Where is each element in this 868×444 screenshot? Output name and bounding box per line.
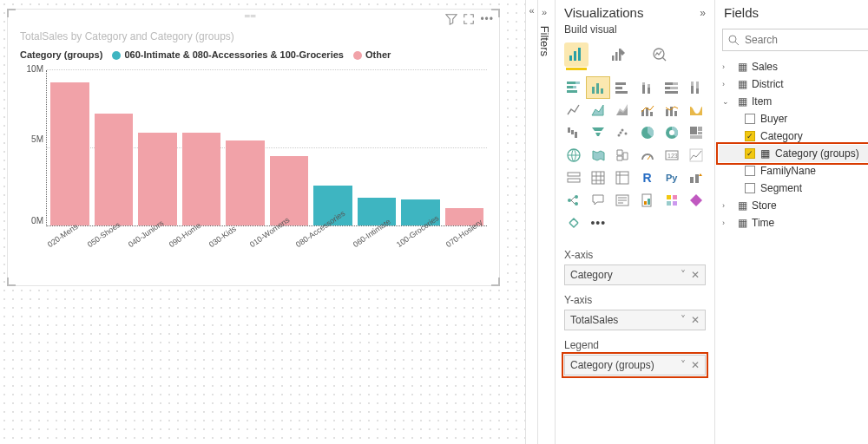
yaxis-well[interactable]: TotalSales˅✕	[564, 310, 706, 330]
viz-gauge[interactable]	[635, 145, 658, 166]
svg-rect-2	[578, 48, 581, 61]
table-node[interactable]: ›▦District	[719, 75, 868, 93]
remove-icon[interactable]: ✕	[691, 269, 700, 281]
viz-clustered-column[interactable]	[587, 77, 609, 98]
svg-rect-15	[615, 82, 626, 85]
field-item[interactable]: Segment	[719, 180, 868, 197]
viz-clustered-bar[interactable]	[611, 77, 634, 98]
viz-treemap[interactable]	[685, 122, 707, 143]
bar[interactable]	[270, 156, 309, 226]
remove-icon[interactable]: ✕	[691, 359, 700, 371]
svg-rect-66	[644, 201, 647, 205]
checkbox[interactable]	[745, 183, 755, 193]
svg-rect-3	[612, 56, 615, 61]
viz-decomp[interactable]	[562, 190, 585, 211]
collapse-chevron-icon[interactable]: «	[525, 0, 537, 444]
field-item[interactable]: FamilyNane	[719, 162, 868, 180]
viz-get-more[interactable]	[562, 212, 585, 233]
xaxis-well[interactable]: Category˅✕	[564, 264, 706, 285]
svg-rect-70	[667, 201, 671, 206]
checkbox[interactable]: ✓	[745, 131, 755, 141]
viz-paginated[interactable]	[635, 190, 658, 211]
filter-icon[interactable]	[445, 13, 457, 25]
viz-filled-map[interactable]	[587, 145, 609, 166]
table-node[interactable]: ⌄▦Item	[719, 93, 868, 110]
viz-stacked-area[interactable]	[611, 100, 634, 121]
field-item[interactable]: Buyer	[719, 110, 868, 127]
svg-rect-8	[575, 82, 580, 84]
fields-search[interactable]	[722, 29, 868, 51]
viz-r[interactable]: R	[635, 167, 658, 188]
viz-ribbon[interactable]	[685, 100, 707, 121]
drag-grip-icon[interactable]: ══	[245, 12, 262, 17]
viz-power-apps[interactable]	[685, 190, 707, 211]
viz-funnel[interactable]	[587, 122, 609, 143]
chart-plot-area[interactable]: 0M 5M 10M	[46, 70, 487, 226]
collapse-chevron-icon[interactable]: »	[700, 7, 706, 19]
search-input[interactable]	[745, 34, 868, 46]
remove-icon[interactable]: ✕	[691, 314, 700, 326]
more-options-icon[interactable]: •••	[480, 13, 494, 25]
svg-rect-4	[615, 52, 618, 61]
svg-text:123: 123	[667, 153, 678, 159]
chevron-down-icon[interactable]: ˅	[681, 359, 686, 371]
viz-qa[interactable]	[587, 190, 609, 211]
svg-rect-68	[667, 195, 671, 199]
viz-stacked-column[interactable]	[635, 77, 658, 98]
viz-kpi[interactable]	[685, 145, 707, 166]
viz-stacked-bar[interactable]	[562, 77, 585, 98]
viz-key-influencers[interactable]	[685, 167, 707, 188]
viz-line[interactable]	[562, 100, 585, 121]
table-node[interactable]: ›▦Store	[719, 197, 868, 214]
filters-pane-collapsed[interactable]: » Filters	[537, 0, 555, 444]
viz-table[interactable]	[587, 167, 609, 188]
viz-100-bar[interactable]	[661, 77, 683, 98]
bar[interactable]	[138, 133, 177, 225]
table-node[interactable]: ›▦Time	[719, 214, 868, 232]
viz-py[interactable]: Py	[661, 167, 683, 188]
fields-pane: Fields» ›▦Sales›▦District⌄▦ItemBuyer✓Cat…	[714, 0, 868, 444]
expand-chevron-icon[interactable]: »	[542, 7, 547, 23]
viz-pie[interactable]	[635, 122, 658, 143]
viz-area[interactable]	[587, 100, 609, 121]
focus-mode-icon[interactable]	[463, 13, 475, 25]
table-node[interactable]: ›▦Sales	[719, 58, 868, 75]
viz-more-icon[interactable]: •••	[587, 212, 609, 233]
viz-combo[interactable]	[635, 100, 658, 121]
viz-map[interactable]	[562, 145, 585, 166]
bar[interactable]	[95, 114, 134, 225]
checkbox[interactable]: ✓	[745, 148, 755, 159]
field-item[interactable]: ✓Category	[719, 127, 868, 145]
viz-card[interactable]: 123	[661, 145, 683, 166]
analytics-tab[interactable]	[648, 42, 672, 67]
bar[interactable]	[50, 82, 89, 225]
field-item[interactable]: ✓▦Category (groups)	[719, 145, 868, 162]
svg-rect-9	[567, 86, 573, 88]
viz-apps[interactable]	[661, 190, 683, 211]
svg-rect-25	[670, 87, 678, 89]
chevron-down-icon[interactable]: ˅	[681, 314, 686, 326]
build-visual-tab[interactable]	[564, 42, 589, 67]
viz-scatter[interactable]	[611, 122, 634, 143]
yaxis-well-label: Y-axis	[564, 294, 706, 306]
viz-100-column[interactable]	[685, 77, 707, 98]
viz-donut[interactable]	[661, 122, 683, 143]
report-canvas[interactable]: ══ ••• TotalSales by Category and Catego…	[0, 0, 525, 444]
viz-combo2[interactable]	[661, 100, 683, 121]
chart-tile[interactable]: ══ ••• TotalSales by Category and Catego…	[7, 9, 500, 286]
chevron-down-icon[interactable]: ˅	[681, 269, 686, 281]
checkbox[interactable]	[745, 166, 755, 176]
fields-pane-title: Fields	[724, 5, 759, 20]
viz-waterfall[interactable]	[562, 122, 585, 143]
bar[interactable]	[182, 133, 221, 225]
legend-well[interactable]: Category (groups)˅✕	[564, 355, 706, 375]
svg-rect-67	[648, 199, 650, 205]
bar[interactable]	[226, 140, 265, 225]
viz-matrix[interactable]	[611, 167, 634, 188]
svg-rect-36	[674, 111, 677, 116]
viz-shape-map[interactable]	[611, 145, 634, 166]
viz-narrative[interactable]	[611, 190, 634, 211]
format-visual-tab[interactable]	[606, 42, 630, 67]
viz-slicer[interactable]	[562, 167, 585, 188]
checkbox[interactable]	[745, 114, 755, 124]
